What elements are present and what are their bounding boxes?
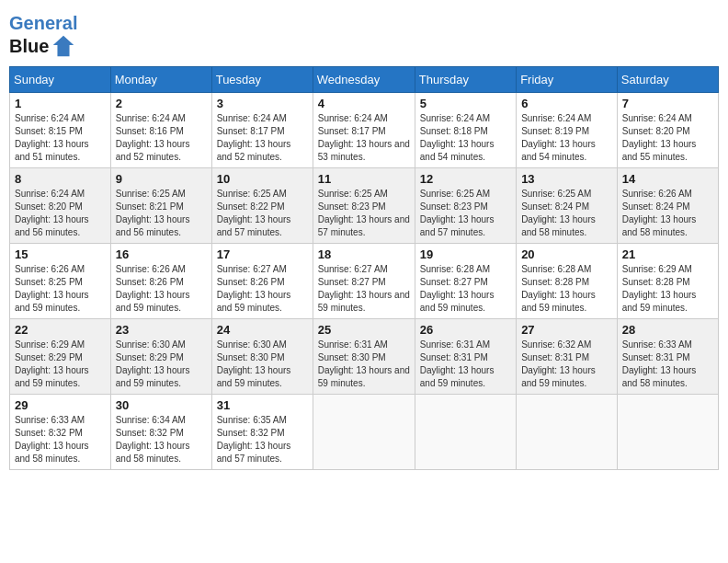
calendar-cell: 9 Sunrise: 6:25 AMSunset: 8:21 PMDayligh… <box>110 168 211 244</box>
weekday-header-wednesday: Wednesday <box>313 67 415 93</box>
day-number: 8 <box>15 172 106 186</box>
calendar-cell: 4 Sunrise: 6:24 AMSunset: 8:17 PMDayligh… <box>313 93 415 168</box>
day-number: 28 <box>622 323 713 337</box>
calendar-cell: 21 Sunrise: 6:29 AMSunset: 8:28 PMDaylig… <box>617 244 718 319</box>
logo-icon <box>51 33 76 59</box>
weekday-header-thursday: Thursday <box>415 67 516 93</box>
day-detail: Sunrise: 6:25 AMSunset: 8:23 PMDaylight:… <box>318 189 410 237</box>
day-detail: Sunrise: 6:31 AMSunset: 8:31 PMDaylight:… <box>420 339 495 388</box>
calendar-cell: 29 Sunrise: 6:33 AMSunset: 8:32 PMDaylig… <box>10 395 111 470</box>
calendar-cell: 27 Sunrise: 6:32 AMSunset: 8:31 PMDaylig… <box>517 319 618 395</box>
calendar-cell: 28 Sunrise: 6:33 AMSunset: 8:31 PMDaylig… <box>617 319 718 395</box>
weekday-header-monday: Monday <box>110 67 211 93</box>
day-detail: Sunrise: 6:34 AMSunset: 8:32 PMDaylight:… <box>116 415 190 464</box>
calendar-cell: 6 Sunrise: 6:24 AMSunset: 8:19 PMDayligh… <box>517 93 618 168</box>
day-detail: Sunrise: 6:35 AMSunset: 8:32 PMDaylight:… <box>217 415 291 464</box>
calendar-cell: 11 Sunrise: 6:25 AMSunset: 8:23 PMDaylig… <box>313 168 415 244</box>
calendar-cell <box>313 395 415 470</box>
day-number: 26 <box>420 323 511 337</box>
day-detail: Sunrise: 6:24 AMSunset: 8:17 PMDaylight:… <box>217 113 291 162</box>
day-number: 29 <box>15 398 106 412</box>
day-number: 13 <box>521 172 612 186</box>
header: General Blue <box>9 9 719 59</box>
day-detail: Sunrise: 6:24 AMSunset: 8:15 PMDaylight:… <box>15 113 89 162</box>
calendar-cell: 24 Sunrise: 6:30 AMSunset: 8:30 PMDaylig… <box>211 319 313 395</box>
day-number: 11 <box>318 172 410 186</box>
calendar-cell: 18 Sunrise: 6:27 AMSunset: 8:27 PMDaylig… <box>313 244 415 319</box>
week-row-4: 22 Sunrise: 6:29 AMSunset: 8:29 PMDaylig… <box>10 319 719 395</box>
week-row-2: 8 Sunrise: 6:24 AMSunset: 8:20 PMDayligh… <box>10 168 719 244</box>
logo-text: General <box>9 13 77 33</box>
day-number: 15 <box>15 247 106 261</box>
day-number: 16 <box>116 247 207 261</box>
day-number: 9 <box>116 172 207 186</box>
day-number: 1 <box>15 97 106 110</box>
day-number: 3 <box>217 97 308 110</box>
day-detail: Sunrise: 6:26 AMSunset: 8:24 PMDaylight:… <box>622 189 697 237</box>
calendar-cell: 25 Sunrise: 6:31 AMSunset: 8:30 PMDaylig… <box>313 319 415 395</box>
day-detail: Sunrise: 6:28 AMSunset: 8:27 PMDaylight:… <box>420 264 495 313</box>
week-row-1: 1 Sunrise: 6:24 AMSunset: 8:15 PMDayligh… <box>10 93 719 168</box>
calendar-cell: 15 Sunrise: 6:26 AMSunset: 8:25 PMDaylig… <box>10 244 111 319</box>
calendar-cell: 13 Sunrise: 6:25 AMSunset: 8:24 PMDaylig… <box>517 168 618 244</box>
weekday-header-tuesday: Tuesday <box>211 67 313 93</box>
calendar-cell: 19 Sunrise: 6:28 AMSunset: 8:27 PMDaylig… <box>415 244 516 319</box>
day-number: 10 <box>217 172 308 186</box>
weekday-header-sunday: Sunday <box>10 67 111 93</box>
week-row-5: 29 Sunrise: 6:33 AMSunset: 8:32 PMDaylig… <box>10 395 719 470</box>
calendar-cell: 30 Sunrise: 6:34 AMSunset: 8:32 PMDaylig… <box>110 395 211 470</box>
day-number: 23 <box>116 323 207 337</box>
calendar-cell: 16 Sunrise: 6:26 AMSunset: 8:26 PMDaylig… <box>110 244 211 319</box>
day-detail: Sunrise: 6:33 AMSunset: 8:31 PMDaylight:… <box>622 339 697 388</box>
day-detail: Sunrise: 6:33 AMSunset: 8:32 PMDaylight:… <box>15 415 89 464</box>
calendar-cell: 17 Sunrise: 6:27 AMSunset: 8:26 PMDaylig… <box>211 244 313 319</box>
day-number: 17 <box>217 247 308 261</box>
day-number: 5 <box>420 97 511 110</box>
day-number: 12 <box>420 172 511 186</box>
day-detail: Sunrise: 6:26 AMSunset: 8:26 PMDaylight:… <box>116 264 190 313</box>
day-detail: Sunrise: 6:24 AMSunset: 8:20 PMDaylight:… <box>622 113 697 162</box>
calendar-cell: 31 Sunrise: 6:35 AMSunset: 8:32 PMDaylig… <box>211 395 313 470</box>
day-number: 31 <box>217 398 308 412</box>
day-number: 25 <box>318 323 410 337</box>
week-row-3: 15 Sunrise: 6:26 AMSunset: 8:25 PMDaylig… <box>10 244 719 319</box>
day-number: 30 <box>116 398 207 412</box>
day-number: 6 <box>521 97 612 110</box>
day-number: 22 <box>15 323 106 337</box>
calendar-cell: 5 Sunrise: 6:24 AMSunset: 8:18 PMDayligh… <box>415 93 516 168</box>
calendar-cell <box>415 395 516 470</box>
calendar-cell: 12 Sunrise: 6:25 AMSunset: 8:23 PMDaylig… <box>415 168 516 244</box>
day-number: 2 <box>116 97 207 110</box>
day-number: 19 <box>420 247 511 261</box>
day-detail: Sunrise: 6:24 AMSunset: 8:19 PMDaylight:… <box>521 113 596 162</box>
day-number: 4 <box>318 97 410 110</box>
calendar-cell <box>617 395 718 470</box>
day-detail: Sunrise: 6:30 AMSunset: 8:29 PMDaylight:… <box>116 339 190 388</box>
weekday-header-friday: Friday <box>517 67 618 93</box>
calendar-cell: 1 Sunrise: 6:24 AMSunset: 8:15 PMDayligh… <box>10 93 111 168</box>
calendar: SundayMondayTuesdayWednesdayThursdayFrid… <box>9 66 719 470</box>
day-number: 20 <box>521 247 612 261</box>
day-detail: Sunrise: 6:29 AMSunset: 8:28 PMDaylight:… <box>622 264 697 313</box>
calendar-cell: 7 Sunrise: 6:24 AMSunset: 8:20 PMDayligh… <box>617 93 718 168</box>
day-detail: Sunrise: 6:31 AMSunset: 8:30 PMDaylight:… <box>318 339 410 388</box>
day-detail: Sunrise: 6:26 AMSunset: 8:25 PMDaylight:… <box>15 264 89 313</box>
calendar-cell: 14 Sunrise: 6:26 AMSunset: 8:24 PMDaylig… <box>617 168 718 244</box>
calendar-cell: 8 Sunrise: 6:24 AMSunset: 8:20 PMDayligh… <box>10 168 111 244</box>
day-detail: Sunrise: 6:27 AMSunset: 8:26 PMDaylight:… <box>217 264 291 313</box>
day-detail: Sunrise: 6:30 AMSunset: 8:30 PMDaylight:… <box>217 339 291 388</box>
day-number: 24 <box>217 323 308 337</box>
day-detail: Sunrise: 6:29 AMSunset: 8:29 PMDaylight:… <box>15 339 89 388</box>
day-detail: Sunrise: 6:25 AMSunset: 8:21 PMDaylight:… <box>116 189 190 237</box>
calendar-cell <box>517 395 618 470</box>
day-detail: Sunrise: 6:25 AMSunset: 8:24 PMDaylight:… <box>521 189 596 237</box>
calendar-cell: 20 Sunrise: 6:28 AMSunset: 8:28 PMDaylig… <box>517 244 618 319</box>
weekday-header-saturday: Saturday <box>617 67 718 93</box>
day-detail: Sunrise: 6:24 AMSunset: 8:17 PMDaylight:… <box>318 113 410 162</box>
day-number: 27 <box>521 323 612 337</box>
day-detail: Sunrise: 6:28 AMSunset: 8:28 PMDaylight:… <box>521 264 596 313</box>
day-number: 7 <box>622 97 713 110</box>
calendar-cell: 22 Sunrise: 6:29 AMSunset: 8:29 PMDaylig… <box>10 319 111 395</box>
day-detail: Sunrise: 6:25 AMSunset: 8:23 PMDaylight:… <box>420 189 495 237</box>
calendar-cell: 10 Sunrise: 6:25 AMSunset: 8:22 PMDaylig… <box>211 168 313 244</box>
